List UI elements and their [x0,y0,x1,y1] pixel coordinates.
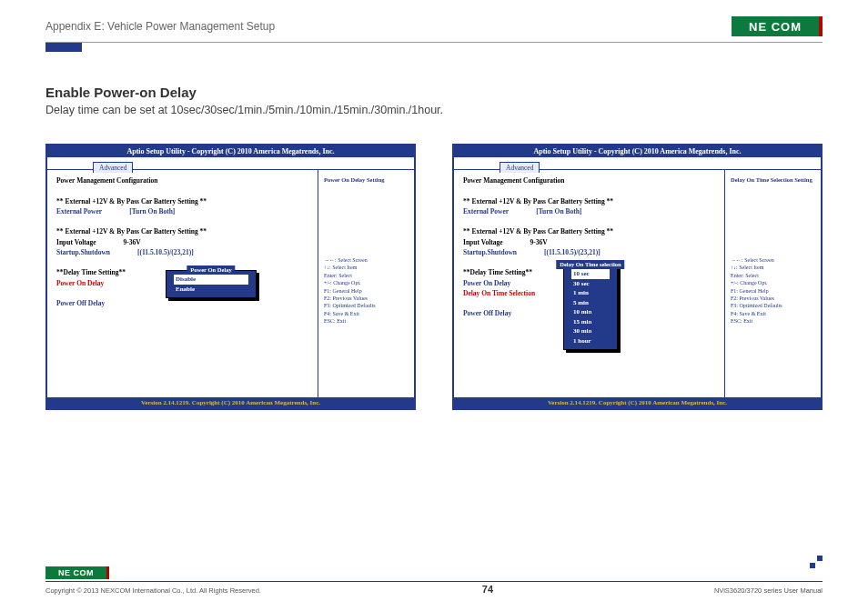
power-on-delay-popup[interactable]: Power On Delay Disable Enable [166,270,257,298]
key-hints: →←: Select Screen ↑↓: Select Item Enter:… [324,256,409,326]
ext-heading-2: ** External +12V & By Pass Car Battery S… [56,226,308,236]
external-power-value: [Turn On Both] [536,206,581,216]
popup-title: Power On Delay [187,265,235,275]
bios-title-bar: Aptio Setup Utility - Copyright (C) 2010… [47,145,414,157]
startup-shutdown-value: [(11.5.10.5)/(23,21)] [544,247,601,257]
popup-option-10sec[interactable]: 10 sec [571,269,610,279]
bios-footer: Version 2.14.1219. Copyright (C) 2010 Am… [47,397,414,408]
right-heading: Delay On Time Selection Setting [731,175,815,184]
bios-title-bar: Aptio Setup Utility - Copyright (C) 2010… [454,145,821,157]
popup-option-30min[interactable]: 30 min [571,326,610,336]
ext-heading-1: ** External +12V & By Pass Car Battery S… [56,196,308,206]
popup-option-1min[interactable]: 1 min [571,288,610,298]
startup-shutdown-label[interactable]: Startup.Shutdown [463,248,517,256]
pm-heading: Power Management Configuration [463,175,715,185]
power-off-delay-item[interactable]: Power Off Delay [56,298,308,308]
external-power-label[interactable]: External Power [56,207,102,215]
popup-option-5min[interactable]: 5 min [571,298,610,308]
bios-right-pane: Delay On Time Selection Setting →←: Sele… [725,170,821,397]
pm-heading: Power Management Configuration [56,175,308,185]
key-hints: →←: Select Screen ↑↓: Select Item Enter:… [731,256,815,326]
bios-left-pane: Power Management Configuration ** Extern… [454,170,725,397]
header-accent-block [45,43,82,52]
bios-right-pane: Power On Delay Setting →←: Select Screen… [318,170,414,397]
bios-footer: Version 2.14.1219. Copyright (C) 2010 Am… [454,397,821,408]
page-number: 74 [482,584,493,595]
appendix-title: Appendix E: Vehicle Power Management Set… [45,20,275,33]
header-rule [45,42,823,43]
ext-heading-2: ** External +12V & By Pass Car Battery S… [463,226,715,236]
right-heading: Power On Delay Setting [324,175,409,184]
section-description: Delay time can be set at 10sec/30sec/1mi… [45,104,823,116]
input-voltage-value: 9-36V [530,237,548,247]
popup-option-disable[interactable]: Disable [174,275,248,285]
input-voltage-label: Input Voltage [56,238,96,246]
ext-heading-1: ** External +12V & By Pass Car Battery S… [463,196,715,206]
bios-panel-delay-on-time: Aptio Setup Utility - Copyright (C) 2010… [452,144,823,410]
footer-deco-icon [810,556,823,568]
popup-title: Delay On Time selection [556,260,624,269]
startup-shutdown-value: [(11.5.10.5)/(23,21)] [137,247,194,257]
input-voltage-label: Input Voltage [463,238,503,246]
popup-option-enable[interactable]: Enable [174,285,248,295]
nexcom-logo-footer: NE COM [45,566,109,579]
bios-left-pane: Power Management Configuration ** Extern… [47,170,318,397]
input-voltage-value: 9-36V [124,237,141,247]
footer-rule [45,581,823,582]
footer-copyright: Copyright © 2013 NEXCOM International Co… [45,586,261,595]
popup-option-30sec[interactable]: 30 sec [571,279,610,289]
footer-doc-title: NViS3620/3720 series User Manual [714,586,823,595]
bios-tab-bar: Advanced [47,157,414,170]
popup-option-1hour[interactable]: 1 hour [571,336,610,346]
external-power-label[interactable]: External Power [463,207,509,215]
nexcom-logo: NE COM [732,16,823,36]
section-heading: Enable Power-on Delay [45,85,823,100]
bios-tab-bar: Advanced [454,157,821,170]
startup-shutdown-label[interactable]: Startup.Shutdown [56,248,110,256]
bios-panel-power-on-delay: Aptio Setup Utility - Copyright (C) 2010… [45,144,416,410]
popup-option-10min[interactable]: 10 min [571,307,610,317]
delay-on-time-popup[interactable]: Delay On Time selection 10 sec 30 sec 1 … [563,265,618,350]
popup-option-15min[interactable]: 15 min [571,317,610,327]
external-power-value: [Turn On Both] [129,206,175,216]
